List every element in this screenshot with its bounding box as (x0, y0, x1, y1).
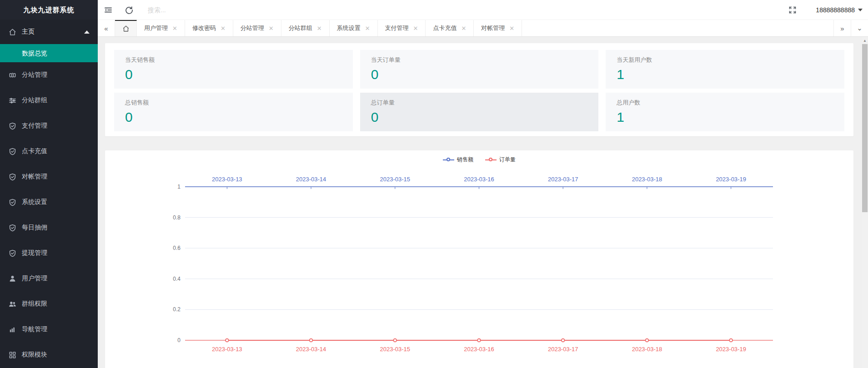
data-point-marker (646, 339, 649, 342)
chevron-up-icon (84, 30, 90, 34)
y-axis-tick-label: 0.4 (173, 276, 181, 282)
sidebar-item-8[interactable]: 用户管理 (0, 266, 98, 291)
stat-card-2: 当天新用户数1 (606, 50, 844, 89)
tab-label: 点卡充值 (433, 24, 457, 32)
sliders-icon (8, 96, 16, 104)
sidebar-item-label: 系统设置 (22, 198, 47, 206)
topbar: 18888888888 (98, 0, 868, 20)
tab-close-icon[interactable]: ✕ (413, 25, 418, 32)
chart-panel: 销售额订单量 00.20.40.60.812023-03-132023-03-1… (105, 150, 853, 368)
tab-6[interactable]: 点卡充值✕ (426, 20, 474, 36)
tab-3[interactable]: 分站群组✕ (281, 20, 330, 36)
tab-label: 系统设置 (337, 24, 361, 32)
tab-label: 分站群组 (289, 24, 312, 32)
tab-home[interactable] (115, 20, 137, 36)
tab-5[interactable]: 支付管理✕ (378, 20, 426, 36)
stats-cards: 当天销售额0当天订单量0当天新用户数1总销售额0总订单量0总用户数1 (114, 50, 844, 129)
tab-close-icon[interactable]: ✕ (172, 25, 177, 32)
sidebar-item-label: 提现管理 (22, 249, 47, 257)
sidebar-item-7[interactable]: 提现管理 (0, 240, 98, 266)
shield-check-icon (8, 122, 16, 130)
tab-2[interactable]: 分站管理✕ (233, 20, 281, 36)
sidebar-item-label: 点卡充值 (22, 147, 47, 155)
users-icon (8, 300, 16, 308)
bottom-x-axis-label: 2023-03-19 (716, 346, 746, 353)
stat-label: 总销售额 (125, 99, 342, 107)
sidebar: 九块九进群系统 主页 数据总览 分站管理分站群组支付管理点卡充值对帐管理系统设置… (0, 0, 98, 368)
sidebar-item-6[interactable]: 每日抽佣 (0, 215, 98, 240)
sidebar-item-10[interactable]: 导航管理 (0, 317, 98, 342)
tab-close-icon[interactable]: ✕ (365, 25, 370, 32)
collapse-sidebar-button[interactable] (98, 0, 119, 20)
tab-close-icon[interactable]: ✕ (461, 25, 466, 32)
tab-label: 修改密码 (192, 24, 216, 32)
tab-7[interactable]: 对帐管理✕ (474, 20, 522, 36)
tab-close-icon[interactable]: ✕ (509, 25, 514, 32)
fullscreen-button[interactable] (782, 0, 803, 20)
sidebar-item-9[interactable]: 群组权限 (0, 291, 98, 317)
tabs-scroll-left-button[interactable]: « (98, 20, 115, 36)
tab-close-icon[interactable]: ✕ (221, 25, 226, 32)
bottom-x-axis-label: 2023-03-13 (212, 346, 242, 353)
page-scrollbar[interactable]: ▲ (862, 37, 868, 368)
sidebar-item-0[interactable]: 分站管理 (0, 62, 98, 88)
top-x-axis-label: 2023-03-17 (548, 176, 578, 183)
shield-check-icon (8, 198, 16, 206)
shield-check-icon (8, 147, 16, 155)
refresh-button[interactable] (119, 0, 140, 20)
sidebar-menu: 分站管理分站群组支付管理点卡充值对帐管理系统设置每日抽佣提现管理用户管理群组权限… (0, 62, 98, 368)
search-input[interactable] (148, 6, 248, 14)
sidebar-item-11[interactable]: 权限模块 (0, 342, 98, 368)
data-point-marker (393, 339, 396, 342)
sidebar-item-4[interactable]: 对帐管理 (0, 164, 98, 189)
collapse-menu-icon (104, 6, 112, 14)
tabs-more-button[interactable]: ⌄ (851, 20, 868, 36)
tab-close-icon[interactable]: ✕ (317, 25, 322, 32)
tab-close-icon[interactable]: ✕ (269, 25, 274, 32)
sidebar-item-home[interactable]: 主页 (0, 20, 98, 44)
tabbar: « 用户管理✕修改密码✕分站管理✕分站群组✕系统设置✕支付管理✕点卡充值✕对帐管… (98, 20, 868, 37)
chevron-down-icon (858, 9, 863, 11)
bottom-x-axis-label: 2023-03-14 (296, 346, 326, 353)
home-icon (8, 28, 16, 36)
sidebar-item-label: 用户管理 (22, 274, 47, 283)
stat-value: 0 (371, 109, 588, 124)
sidebar-item-1[interactable]: 分站群组 (0, 88, 98, 113)
columns-icon (8, 71, 16, 79)
bottom-x-axis-label: 2023-03-16 (464, 346, 494, 353)
stat-label: 当天订单量 (371, 56, 588, 64)
tab-label: 分站管理 (241, 24, 264, 32)
y-axis-tick-label: 1 (177, 184, 181, 190)
tab-4[interactable]: 系统设置✕ (330, 20, 378, 36)
sidebar-item-2[interactable]: 支付管理 (0, 113, 98, 139)
data-point-marker (310, 339, 313, 342)
y-axis-tick-label: 0.8 (173, 214, 181, 221)
tab-1[interactable]: 修改密码✕ (185, 20, 233, 36)
stat-card-3: 总销售额0 (114, 93, 353, 131)
scrollbar-thumb[interactable] (862, 44, 868, 212)
sidebar-item-label: 每日抽佣 (22, 224, 47, 232)
y-axis-tick-label: 0.2 (173, 306, 181, 313)
scrollbar-up-arrow-icon[interactable]: ▲ (862, 39, 868, 43)
top-x-axis-label: 2023-03-15 (380, 176, 411, 183)
y-axis-tick-label: 0.6 (173, 245, 181, 251)
data-point-marker (226, 339, 229, 342)
top-x-axis-label: 2023-03-13 (212, 176, 242, 183)
user-menu[interactable]: 18888888888 (816, 6, 863, 14)
sidebar-item-label: 分站群组 (22, 96, 47, 104)
stat-card-4: 总订单量0 (360, 93, 599, 131)
top-x-axis-label: 2023-03-19 (716, 176, 746, 183)
stat-value: 1 (617, 109, 833, 124)
sidebar-item-3[interactable]: 点卡充值 (0, 139, 98, 164)
main-content: 当天销售额0当天订单量0当天新用户数1总销售额0总订单量0总用户数1 销售额订单… (98, 37, 862, 368)
shield-check-icon (8, 224, 16, 232)
bottom-x-axis-label: 2023-03-15 (380, 346, 411, 353)
sidebar-item-data-overview[interactable]: 数据总览 (0, 44, 98, 62)
tabs-scroll-right-button[interactable]: » (833, 20, 851, 36)
tab-0[interactable]: 用户管理✕ (137, 20, 185, 36)
sidebar-item-5[interactable]: 系统设置 (0, 189, 98, 215)
sidebar-item-label: 分站管理 (22, 71, 47, 79)
y-axis-tick-label: 0 (177, 337, 181, 343)
user-phone: 18888888888 (816, 6, 855, 14)
fullscreen-icon (789, 6, 796, 14)
